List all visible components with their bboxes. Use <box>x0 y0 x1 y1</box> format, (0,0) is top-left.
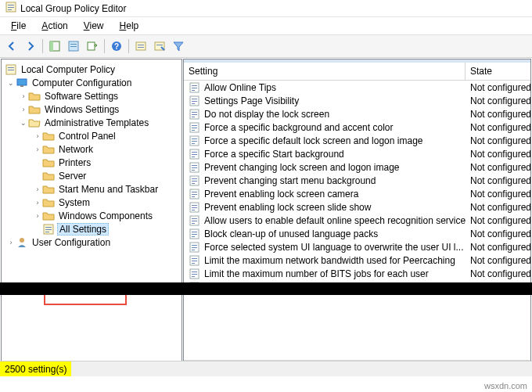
tree-windows-settings[interactable]: › Windows Settings <box>2 102 182 116</box>
tree-server[interactable]: Server <box>2 169 182 182</box>
cell-setting: Do not display the lock screen <box>184 108 466 120</box>
cell-setting: Force a specific background and accent c… <box>184 121 466 134</box>
cell-state: Not configured <box>466 95 530 106</box>
svg-rect-72 <box>192 232 197 232</box>
list-row[interactable]: Limit the maximum number of BITS jobs fo… <box>184 267 530 280</box>
tree-all-settings[interactable]: All Settings <box>2 222 182 236</box>
cell-setting: Prevent enabling lock screen camera <box>184 188 466 200</box>
tree-control-panel[interactable]: › Control Panel <box>2 129 182 142</box>
svg-rect-82 <box>192 263 195 264</box>
menu-view[interactable]: View <box>76 19 112 33</box>
forward-button[interactable] <box>22 38 39 55</box>
svg-rect-73 <box>192 234 197 235</box>
tree-label: Local Computer Policy <box>20 64 117 75</box>
svg-rect-50 <box>192 156 195 157</box>
tree-windows-components[interactable]: › Windows Components <box>2 209 182 222</box>
tree-computer-config[interactable]: ⌄ Computer Configuration <box>2 76 182 89</box>
list-row[interactable]: Settings Page VisibilityNot configured <box>184 94 530 107</box>
expand-icon[interactable]: › <box>33 199 42 207</box>
list-row[interactable]: Force a specific Start backgroundNot con… <box>184 147 530 160</box>
cell-setting: Prevent enabling lock screen slide show <box>184 201 466 214</box>
svg-rect-28 <box>192 85 197 86</box>
toolbar-button-2[interactable] <box>151 38 168 55</box>
cell-state: Not configured <box>466 175 530 186</box>
svg-rect-81 <box>192 261 197 261</box>
statusbar: 2500 setting(s) <box>0 361 532 376</box>
expand-icon[interactable]: › <box>19 92 28 100</box>
cell-setting: Allow users to enable default online spe… <box>184 214 466 227</box>
svg-rect-40 <box>192 125 197 126</box>
show-hide-tree-button[interactable] <box>46 38 63 55</box>
svg-point-26 <box>20 238 24 243</box>
list-row[interactable]: Prevent enabling lock screen cameraNot c… <box>184 187 530 200</box>
svg-rect-3 <box>8 9 12 10</box>
list-body: Allow Online TipsNot configuredSettings … <box>184 81 530 360</box>
policy-tree: Local Computer Policy ⌄ Computer Configu… <box>2 59 182 252</box>
list-row[interactable]: Allow Online TipsNot configured <box>184 81 530 94</box>
svg-rect-80 <box>192 258 197 259</box>
col-header-state[interactable]: State <box>466 63 530 80</box>
list-pane: Setting State Allow Online TipsNot confi… <box>183 59 531 373</box>
cell-state: Not configured <box>466 202 530 213</box>
svg-rect-52 <box>192 165 197 166</box>
expand-icon[interactable]: › <box>33 212 42 220</box>
svg-rect-30 <box>192 90 195 91</box>
tree-start-taskbar[interactable]: › Start Menu and Taskbar <box>2 182 182 196</box>
menu-help[interactable]: Help <box>112 19 147 33</box>
tree-network[interactable]: › Network <box>2 142 182 156</box>
toolbar-button-1[interactable] <box>132 38 149 55</box>
svg-rect-46 <box>192 143 195 144</box>
list-row[interactable]: Limit the maximum network bandwidth used… <box>184 254 530 267</box>
list-row[interactable]: Do not display the lock screenNot config… <box>184 107 530 120</box>
col-header-setting[interactable]: Setting <box>184 63 466 80</box>
collapse-icon[interactable]: ⌄ <box>19 119 28 127</box>
svg-rect-34 <box>192 103 195 104</box>
svg-rect-19 <box>8 70 14 70</box>
list-row[interactable]: Block clean-up of unused language packsN… <box>184 227 530 240</box>
tree-label: System <box>57 197 92 208</box>
tree-root[interactable]: Local Computer Policy <box>2 63 182 76</box>
expand-icon[interactable]: › <box>33 146 42 153</box>
svg-rect-48 <box>192 152 197 153</box>
setting-name: Prevent changing lock screen and logon i… <box>204 162 400 173</box>
properties-button[interactable] <box>65 38 82 55</box>
settings-list-icon <box>42 223 55 236</box>
tree-printers[interactable]: Printers <box>2 156 182 169</box>
tree-user-config[interactable]: › User Configuration <box>2 236 182 249</box>
list-row[interactable]: Prevent changing start menu backgroundNo… <box>184 174 530 187</box>
list-row[interactable]: Prevent changing lock screen and logon i… <box>184 160 530 174</box>
export-list-button[interactable] <box>84 38 101 55</box>
tree-admin-templates[interactable]: ⌄ Administrative Templates <box>2 116 182 129</box>
list-row[interactable]: Prevent enabling lock screen slide showN… <box>184 200 530 214</box>
list-row[interactable]: Force selected system UI language to ove… <box>184 240 530 254</box>
tree-software-settings[interactable]: › Software Settings <box>2 89 182 102</box>
svg-rect-53 <box>192 167 197 168</box>
policy-setting-icon <box>189 254 201 267</box>
list-row[interactable]: Force a specific default lock screen and… <box>184 134 530 147</box>
svg-rect-14 <box>138 47 144 48</box>
expand-icon[interactable]: › <box>19 106 28 113</box>
tree-label: Software Settings <box>43 91 120 102</box>
tree-system[interactable]: › System <box>2 196 182 209</box>
toolbar-separator <box>42 39 43 53</box>
cell-setting: Prevent changing lock screen and logon i… <box>184 161 466 174</box>
svg-rect-32 <box>192 99 197 99</box>
svg-text:?: ? <box>114 42 119 51</box>
collapse-icon[interactable]: ⌄ <box>6 79 16 87</box>
list-row[interactable]: Force a specific background and accent c… <box>184 120 530 134</box>
menu-action[interactable]: Action <box>34 19 75 33</box>
expand-icon[interactable]: › <box>33 132 42 140</box>
expand-icon[interactable]: › <box>33 185 42 193</box>
console-icon <box>5 63 17 76</box>
help-button[interactable]: ? <box>108 38 125 55</box>
list-row[interactable]: Allow users to enable default online spe… <box>184 214 530 227</box>
folder-icon <box>42 130 55 142</box>
filter-button[interactable] <box>170 38 187 55</box>
policy-setting-icon <box>189 135 201 147</box>
setting-name: Prevent enabling lock screen camera <box>204 189 358 200</box>
menu-file[interactable]: File <box>3 19 34 33</box>
back-button[interactable] <box>3 38 20 55</box>
titlebar: Local Group Policy Editor <box>0 0 532 17</box>
svg-rect-9 <box>88 42 95 50</box>
expand-icon[interactable]: › <box>6 239 16 246</box>
